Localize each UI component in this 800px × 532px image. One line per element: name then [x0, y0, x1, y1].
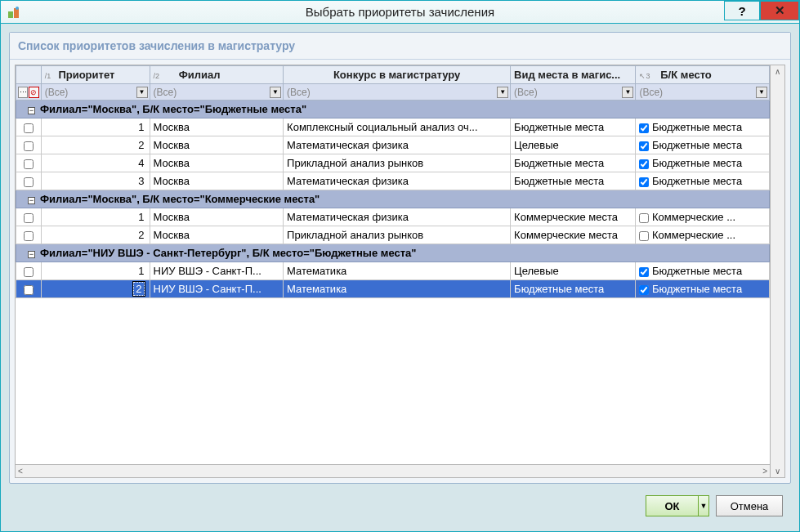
- cell-place-type: Целевые: [511, 136, 636, 154]
- vertical-scrollbar[interactable]: ∧ ∨: [771, 65, 785, 478]
- row-checkbox-cell: [16, 262, 42, 280]
- horizontal-scrollbar[interactable]: < >: [15, 465, 771, 478]
- cell-contest: Прикладной анализ рынков: [284, 226, 511, 244]
- main-panel: Список приоритетов зачисления в магистра…: [9, 32, 791, 484]
- bk-checkbox[interactable]: [639, 177, 649, 187]
- cell-place-type: Бюджетные места: [511, 118, 636, 136]
- cell-filial: НИУ ВШЭ - Санкт-П...: [150, 262, 284, 280]
- cell-place-type: Целевые: [511, 262, 636, 280]
- bk-checkbox[interactable]: [639, 123, 649, 133]
- cell-priority[interactable]: 2: [41, 280, 150, 298]
- help-button[interactable]: ?: [724, 1, 760, 20]
- cell-bk-place: Бюджетные места: [636, 172, 770, 190]
- cell-contest: Математика: [284, 280, 511, 298]
- cell-filial: Москва: [150, 118, 284, 136]
- bk-checkbox[interactable]: [639, 231, 649, 241]
- filter-filial[interactable]: (Все): [152, 87, 270, 98]
- col-contest[interactable]: Конкурс в магистратуру: [284, 66, 511, 84]
- filter-row: ⋯ ⊘ (Все) ▼ (Все) ▼: [16, 84, 770, 101]
- table-row[interactable]: 3МоскваМатематическая физикаБюджетные ме…: [16, 172, 770, 190]
- cell-place-type: Коммерческие места: [511, 226, 636, 244]
- cell-bk-place: Бюджетные места: [636, 154, 770, 172]
- table-row[interactable]: 2НИУ ВШЭ - Санкт-П...МатематикаБюджетные…: [16, 280, 770, 298]
- panel-title: Список приоритетов зачисления в магистра…: [10, 33, 790, 60]
- bk-checkbox[interactable]: [639, 267, 649, 277]
- dropdown-icon[interactable]: ▼: [136, 87, 148, 98]
- cell-place-type: Бюджетные места: [511, 172, 636, 190]
- row-checkbox[interactable]: [24, 213, 34, 223]
- dropdown-icon[interactable]: ▼: [622, 87, 633, 98]
- row-checkbox[interactable]: [24, 123, 34, 133]
- cell-place-type: Коммерческие места: [511, 208, 636, 226]
- cancel-button[interactable]: Отмена: [716, 495, 783, 516]
- cell-priority[interactable]: 1: [41, 208, 150, 226]
- group-row[interactable]: −Филиал="Москва", Б/К место="Коммерчески…: [16, 190, 770, 208]
- collapse-icon[interactable]: −: [28, 107, 35, 114]
- row-checkbox-cell: [16, 154, 42, 172]
- cell-priority[interactable]: 2: [41, 136, 150, 154]
- cell-filial: НИУ ВШЭ - Санкт-П...: [150, 280, 284, 298]
- svg-rect-1: [14, 8, 19, 18]
- cell-bk-place: Бюджетные места: [636, 136, 770, 154]
- close-button[interactable]: ✕: [760, 1, 799, 20]
- cell-priority[interactable]: 4: [41, 154, 150, 172]
- row-checkbox[interactable]: [24, 141, 34, 151]
- col-priority[interactable]: /1 Приоритет: [41, 66, 150, 84]
- filter-ellipsis-button[interactable]: ⋯: [18, 87, 28, 98]
- col-checkbox[interactable]: [16, 66, 42, 84]
- filter-bk-place[interactable]: (Все): [637, 87, 755, 98]
- row-checkbox[interactable]: [24, 159, 34, 169]
- svg-point-2: [16, 7, 19, 10]
- bk-checkbox[interactable]: [639, 159, 649, 169]
- window-title: Выбрать приоритеты зачисления: [1, 5, 799, 19]
- cell-filial: Москва: [150, 136, 284, 154]
- cell-priority[interactable]: 1: [41, 262, 150, 280]
- scroll-left-icon[interactable]: <: [16, 467, 25, 476]
- cell-priority[interactable]: 3: [41, 172, 150, 190]
- row-checkbox[interactable]: [24, 285, 34, 295]
- row-checkbox-cell: [16, 226, 42, 244]
- cell-bk-place: Коммерческие ...: [636, 226, 770, 244]
- table-row[interactable]: 4МоскваПрикладной анализ рынковБюджетные…: [16, 154, 770, 172]
- filter-contest[interactable]: (Все): [285, 87, 496, 98]
- dialog-window: Выбрать приоритеты зачисления ? ✕ Список…: [0, 0, 800, 532]
- group-row[interactable]: −Филиал="Москва", Б/К место="Бюджетные м…: [16, 101, 770, 118]
- scroll-up-icon[interactable]: ∧: [775, 65, 780, 78]
- bk-checkbox[interactable]: [639, 141, 649, 151]
- dropdown-icon[interactable]: ▼: [756, 87, 767, 98]
- col-filial[interactable]: /2 Филиал: [150, 66, 284, 84]
- window-controls: ? ✕: [724, 1, 799, 23]
- group-row[interactable]: −Филиал="НИУ ВШЭ - Санкт-Петербург", Б/К…: [16, 244, 770, 262]
- collapse-icon[interactable]: −: [28, 251, 35, 258]
- cell-priority[interactable]: 1: [41, 118, 150, 136]
- table-row[interactable]: 1НИУ ВШЭ - Санкт-П...МатематикаЦелевые Б…: [16, 262, 770, 280]
- scroll-down-icon[interactable]: ∨: [775, 465, 780, 477]
- dropdown-icon[interactable]: ▼: [497, 87, 508, 98]
- row-checkbox-cell: [16, 208, 42, 226]
- dropdown-icon[interactable]: ▼: [270, 87, 281, 98]
- cell-priority[interactable]: 2: [41, 226, 150, 244]
- table-row[interactable]: 2МоскваПрикладной анализ рынковКоммерчес…: [16, 226, 770, 244]
- bk-checkbox[interactable]: [639, 285, 649, 295]
- dialog-footer: ОК ▼ Отмена: [9, 492, 791, 523]
- row-checkbox[interactable]: [24, 267, 34, 277]
- cell-contest: Математика: [284, 262, 511, 280]
- grid-container: /1 Приоритет /2 Филиал Конкурс в магистр…: [10, 60, 790, 483]
- filter-priority[interactable]: (Все): [43, 87, 136, 98]
- cell-contest: Математическая физика: [284, 208, 511, 226]
- cell-contest: Математическая физика: [284, 136, 511, 154]
- ok-button[interactable]: ОК: [646, 495, 698, 516]
- collapse-icon[interactable]: −: [28, 197, 35, 204]
- ok-dropdown-button[interactable]: ▼: [698, 495, 709, 516]
- scroll-right-icon[interactable]: >: [760, 467, 770, 476]
- col-place-type[interactable]: Вид места в магис...: [511, 66, 636, 84]
- table-row[interactable]: 1МоскваКомплексный социальный анализ оч.…: [16, 118, 770, 136]
- table-row[interactable]: 2МоскваМатематическая физикаЦелевые Бюдж…: [16, 136, 770, 154]
- filter-place-type[interactable]: (Все): [512, 87, 621, 98]
- filter-clear-button[interactable]: ⊘: [29, 87, 38, 98]
- row-checkbox[interactable]: [24, 231, 34, 241]
- table-row[interactable]: 1МоскваМатематическая физикаКоммерческие…: [16, 208, 770, 226]
- bk-checkbox[interactable]: [639, 213, 649, 223]
- col-bk-place[interactable]: ↖3 Б/К место: [636, 66, 770, 84]
- row-checkbox[interactable]: [24, 177, 34, 187]
